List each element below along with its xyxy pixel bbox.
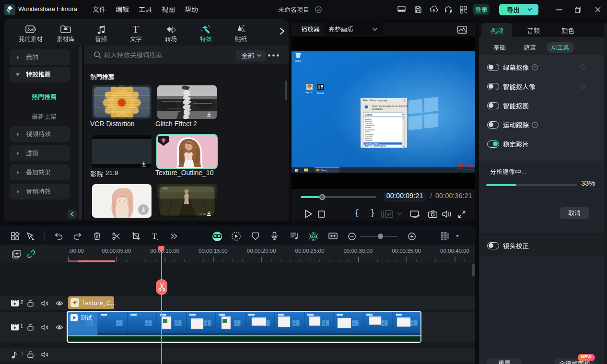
svg-text:English: English [365, 114, 373, 116]
svg-text:~APV: ~APV [162, 187, 169, 190]
svg-text:Select Setup Language: Select Setup Language [362, 99, 387, 102]
svg-text:T: T [152, 232, 157, 241]
svg-text:425xiazai.com: 425xiazai.com [457, 168, 473, 171]
svg-text:Setup: Setup [321, 169, 327, 172]
svg-text:App..S..: App..S.. [305, 91, 313, 94]
svg-text:425下载: 425下载 [457, 163, 473, 168]
svg-text:T: T [133, 23, 139, 35]
svg-text:回收站: 回收站 [295, 59, 302, 63]
svg-text:?: ? [534, 123, 536, 127]
svg-text:Illustrat..: Illustrat.. [316, 92, 325, 94]
svg-text:?: ? [534, 65, 536, 70]
svg-text:installation:: installation: [372, 108, 383, 110]
svg-text:Select the language to use dur: Select the language to use during the [372, 105, 409, 107]
